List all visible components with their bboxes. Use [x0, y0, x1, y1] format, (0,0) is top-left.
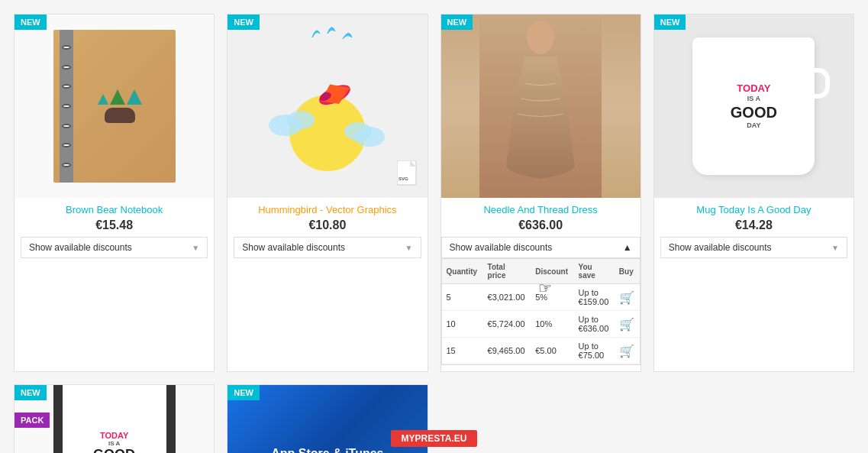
show-discounts-hummingbird[interactable]: Show available discounts ▼: [234, 237, 421, 258]
dress-illustration: [441, 15, 641, 198]
mug-handle: [815, 68, 830, 99]
col-header-total-price: Totalprice: [483, 259, 531, 284]
save-2: Up to€636.00: [574, 311, 615, 338]
badge-new-dress: NEW: [441, 15, 473, 30]
product-name-dress: Needle And Thread Dress: [476, 198, 605, 218]
product-card-dress: NEW: [440, 14, 641, 372]
badge-new-frame: NEW: [15, 385, 47, 400]
col-header-discount: Discount: [531, 259, 573, 284]
badge-pack-frame: PACK: [15, 413, 50, 428]
svg-text:SVG: SVG: [399, 176, 408, 181]
disc-3: €5.00: [531, 338, 573, 364]
notebook-illustration: [53, 30, 176, 183]
chevron-down-hummingbird: ▼: [405, 244, 413, 252]
product-name-mug: Mug Today Is A Good Day: [689, 198, 818, 218]
badge-new-apple: NEW: [227, 385, 260, 400]
save-1: Up to€159.00: [574, 284, 615, 311]
show-discounts-label-hummingbird: Show available discounts: [242, 242, 345, 253]
discount-row-1: 5 €3,021.00 5% Up to€159.00 🛒: [442, 284, 640, 311]
price-1: €3,021.00: [483, 284, 531, 311]
buy-1[interactable]: 🛒: [615, 284, 640, 311]
product-price-mug: €14.28: [735, 218, 773, 232]
discount-table: Quantity Totalprice Discount Yousave Buy…: [442, 259, 640, 364]
footer-badge: MYPRESTA.EU: [391, 430, 478, 447]
col-header-quantity: Quantity: [442, 259, 483, 284]
svg-point-12: [527, 21, 554, 54]
product-price-hummingbird: €10.80: [308, 218, 346, 232]
disc-2: 10%: [531, 311, 573, 338]
product-card-notebook: NEW: [14, 14, 215, 372]
qty-2: 10: [442, 311, 483, 338]
product-price-dress: €636.00: [518, 218, 563, 232]
hummingbird-svg: [259, 22, 396, 190]
badge-new-mug: NEW: [654, 15, 686, 30]
chevron-up-dress: ▲: [623, 242, 632, 253]
show-discounts-label-mug: Show available discounts: [669, 242, 772, 253]
buy-2[interactable]: 🛒: [615, 311, 640, 338]
svg-point-2: [287, 111, 315, 129]
svg-point-4: [344, 122, 372, 141]
show-discounts-mug[interactable]: Show available discounts ▼: [660, 237, 847, 258]
badge-new-notebook: NEW: [15, 15, 47, 30]
mug-text: TODAY IS A GOOD DAY: [731, 83, 777, 129]
svg-file-icon: SVG: [397, 160, 420, 190]
buy-3[interactable]: 🛒: [615, 338, 640, 364]
discount-dropdown-dress: Quantity Totalprice Discount Yousave Buy…: [441, 258, 641, 365]
discount-row-3: 15 €9,465.00 €5.00 Up to€75.00 🛒: [442, 338, 640, 364]
save-3: Up to€75.00: [574, 338, 615, 364]
product-card-hummingbird: NEW: [227, 14, 428, 372]
notebook-art: [98, 89, 142, 123]
qty-3: 15: [442, 338, 483, 364]
qty-1: 5: [442, 284, 483, 311]
price-3: €9,465.00: [483, 338, 531, 364]
disc-1: 5%: [531, 284, 573, 311]
mug-illustration: TODAY IS A GOOD DAY: [692, 37, 815, 175]
show-discounts-label-dress: Show available discounts: [450, 242, 553, 253]
col-header-buy: Buy: [615, 259, 640, 284]
product-image-notebook: [15, 15, 214, 198]
dress-svg: [479, 15, 602, 198]
discount-row-2: 10 €5,724.00 10% Up to€636.00 🛒: [442, 311, 640, 338]
product-name-notebook: Brown Bear Notebook: [58, 198, 170, 218]
chevron-down-mug: ▼: [831, 244, 839, 252]
product-grid: NEW: [0, 0, 868, 453]
product-image-mug: TODAY IS A GOOD DAY: [654, 15, 853, 198]
badge-new-hummingbird: NEW: [227, 15, 260, 30]
footer: MYPRESTA.EU: [0, 424, 868, 453]
show-discounts-label-notebook: Show available discounts: [29, 242, 132, 253]
product-image-dress: [441, 15, 641, 198]
price-2: €5,724.00: [483, 311, 531, 338]
product-card-mug: NEW TODAY IS A GOOD DAY Mug Today Is A G…: [653, 14, 854, 372]
notebook-spirals: [60, 30, 73, 183]
show-discounts-notebook[interactable]: Show available discounts ▼: [21, 237, 208, 258]
product-name-hummingbird: Hummingbird - Vector Graphics: [250, 198, 404, 218]
show-discounts-dress[interactable]: Show available discounts ▲: [441, 237, 641, 258]
product-image-hummingbird: SVG: [227, 15, 427, 198]
chevron-down-notebook: ▼: [192, 244, 199, 252]
product-price-notebook: €15.48: [95, 218, 133, 232]
col-header-you-save: Yousave: [574, 259, 615, 284]
